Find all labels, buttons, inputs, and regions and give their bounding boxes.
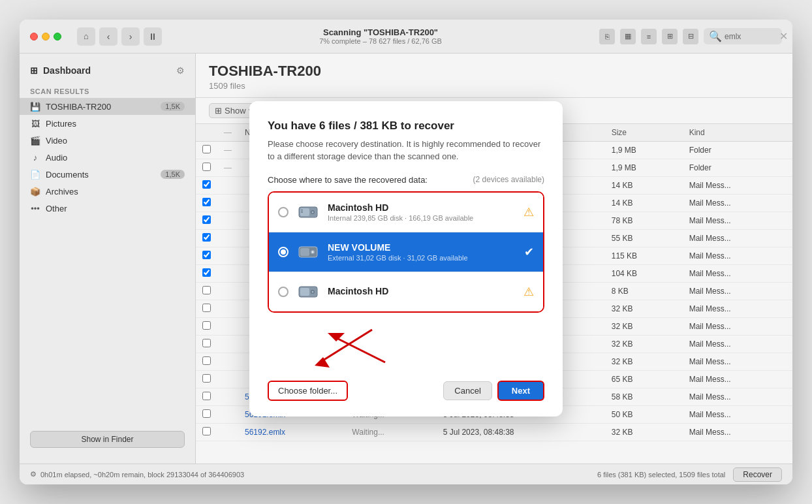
- svg-rect-5: [301, 211, 303, 212]
- recovery-modal: You have 6 files / 381 KB to recover Ple…: [249, 101, 563, 417]
- modal-overlay: You have 6 files / 381 KB to recover Ple…: [20, 54, 792, 464]
- device-icon-1: [296, 200, 320, 224]
- search-icon: 🔍: [709, 30, 722, 42]
- arrow-annotations: [268, 323, 544, 375]
- device-icon-3: [296, 280, 320, 304]
- dest-label-text: Choose where to save the recovered data:: [268, 175, 428, 185]
- forward-button[interactable]: ›: [121, 27, 140, 46]
- recover-button[interactable]: Recover: [733, 467, 782, 482]
- device-icon-2: [296, 240, 320, 264]
- modal-actions: Cancel Next: [443, 381, 544, 401]
- modal-description: Please choose recovery destination. It i…: [268, 138, 544, 163]
- toolbar-icon-5[interactable]: ⊟: [683, 29, 698, 44]
- device-name-3: Macintosh HD: [328, 286, 516, 296]
- hdd-svg-1: [298, 202, 319, 223]
- arrows-svg: [268, 323, 581, 375]
- scanning-title: Scanning "TOSHIBA-TR200": [170, 27, 591, 37]
- devices-list: Macintosh HD Internal 239,85 GB disk · 1…: [268, 191, 544, 313]
- titlebar-right: ⎘ ▦ ≡ ⊞ ⊟ 🔍 ✕: [599, 28, 782, 44]
- device-item-new-volume[interactable]: NEW VOLUME External 31,02 GB disk · 31,0…: [269, 232, 543, 272]
- search-bar: 🔍 ✕: [704, 28, 782, 44]
- svg-point-10: [312, 251, 314, 253]
- selection-text: 6 files (381 KB) selected, 1509 files to…: [597, 471, 725, 479]
- toolbar-icon-3[interactable]: ≡: [641, 29, 657, 44]
- modal-dest-label: Choose where to save the recovered data:…: [268, 175, 544, 185]
- svg-rect-8: [300, 248, 309, 256]
- check-icon-selected: ✔: [524, 245, 534, 259]
- modal-footer: Choose folder... Cancel Next: [268, 381, 544, 401]
- spinner-icon: ⚙: [30, 470, 37, 479]
- warning-icon-1: ⚠: [523, 205, 534, 219]
- warning-icon-3: ⚠: [523, 285, 534, 299]
- main-window: ⌂ ‹ › ⏸ Scanning "TOSHIBA-TR200" 7% comp…: [20, 20, 792, 484]
- device-sub-2: External 31,02 GB disk · 31,02 GB availa…: [328, 254, 516, 262]
- toolbar-icon-2[interactable]: ▦: [620, 29, 636, 44]
- elapsed-text: 0h01m elapsed, ~0h20m remain, block 2913…: [40, 471, 244, 479]
- titlebar-center: Scanning "TOSHIBA-TR200" 7% complete – 7…: [170, 27, 591, 45]
- device-name-1: Macintosh HD: [328, 202, 516, 213]
- svg-rect-12: [300, 288, 309, 296]
- maximize-button[interactable]: [54, 33, 61, 40]
- choose-folder-button[interactable]: Choose folder...: [268, 381, 348, 401]
- device-radio-1[interactable]: [278, 207, 289, 217]
- statusbar-right: 6 files (381 KB) selected, 1509 files to…: [597, 467, 782, 482]
- close-button[interactable]: [30, 33, 38, 40]
- devices-available-text: (2 devices available): [473, 175, 544, 184]
- device-item-macintosh-hd-1[interactable]: Macintosh HD Internal 239,85 GB disk · 1…: [269, 193, 543, 232]
- device-radio-3[interactable]: [278, 287, 289, 297]
- hdd-svg-2: [298, 242, 319, 262]
- device-info-3: Macintosh HD: [328, 286, 516, 298]
- home-button[interactable]: ⌂: [77, 27, 95, 46]
- device-item-macintosh-hd-2[interactable]: Macintosh HD ⚠: [269, 272, 543, 311]
- device-radio-2[interactable]: [278, 247, 289, 257]
- device-sub-1: Internal 239,85 GB disk · 166,19 GB avai…: [328, 214, 516, 222]
- svg-rect-6: [301, 212, 303, 213]
- clear-search-icon[interactable]: ✕: [779, 30, 788, 42]
- statusbar: ⚙ 0h01m elapsed, ~0h20m remain, block 29…: [20, 464, 792, 484]
- traffic-lights: [30, 33, 61, 40]
- cancel-button[interactable]: Cancel: [443, 381, 492, 400]
- device-info-2: NEW VOLUME External 31,02 GB disk · 31,0…: [328, 242, 516, 262]
- back-button[interactable]: ‹: [99, 27, 117, 46]
- statusbar-left: ⚙ 0h01m elapsed, ~0h20m remain, block 29…: [30, 470, 587, 479]
- device-name-2: NEW VOLUME: [328, 242, 516, 253]
- next-button[interactable]: Next: [497, 381, 544, 401]
- svg-line-15: [320, 330, 372, 362]
- nav-controls: ⌂ ‹ › ⏸: [77, 27, 162, 46]
- device-info-1: Macintosh HD Internal 239,85 GB disk · 1…: [328, 202, 516, 222]
- search-input[interactable]: [725, 32, 777, 41]
- modal-title: You have 6 files / 381 KB to recover: [268, 119, 544, 133]
- toolbar-icon-1[interactable]: ⎘: [599, 29, 615, 44]
- toolbar-icon-4[interactable]: ⊞: [662, 29, 678, 44]
- svg-rect-4: [301, 210, 303, 210]
- titlebar: ⌂ ‹ › ⏸ Scanning "TOSHIBA-TR200" 7% comp…: [20, 20, 792, 54]
- svg-point-14: [312, 291, 314, 292]
- svg-point-3: [312, 211, 314, 213]
- hdd-svg-3: [298, 281, 319, 302]
- minimize-button[interactable]: [42, 33, 50, 40]
- scanning-progress: 7% complete – 78 627 files / 62,76 GB: [170, 37, 591, 45]
- pause-button[interactable]: ⏸: [144, 27, 162, 46]
